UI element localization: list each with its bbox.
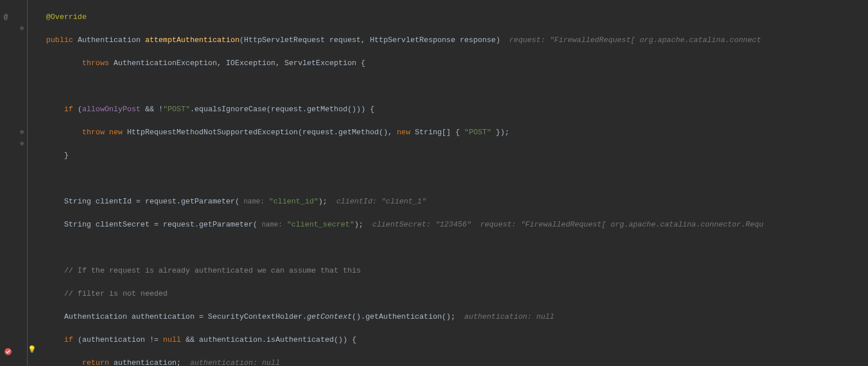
fold-icon[interactable]: ⊖: [16, 23, 28, 35]
intention-bulb-icon[interactable]: 💡: [28, 346, 36, 354]
gutter: @ ⊖ ⊖ ⊖ 💡: [0, 0, 28, 366]
fold-icon[interactable]: ⊖: [16, 138, 28, 150]
code-line[interactable]: Authentication authentication = Security…: [46, 311, 868, 323]
code-line[interactable]: String clientId = request.getParameter( …: [46, 196, 868, 207]
code-line[interactable]: if (authentication != null && authentica…: [46, 334, 868, 346]
code-area[interactable]: @Override public Authentication attemptA…: [30, 0, 868, 366]
code-line[interactable]: throws AuthenticationException, IOExcept…: [46, 58, 868, 69]
code-line[interactable]: String clientSecret = request.getParamet…: [46, 219, 868, 231]
code-line[interactable]: [46, 242, 868, 254]
code-line[interactable]: }: [46, 150, 868, 161]
code-line[interactable]: if (allowOnlyPost && !"POST".equalsIgnor…: [46, 104, 868, 115]
breakpoint-icon[interactable]: [2, 346, 14, 357]
code-line[interactable]: public Authentication attemptAuthenticat…: [46, 35, 868, 46]
code-line[interactable]: [46, 173, 868, 184]
editor-container: @ ⊖ ⊖ ⊖ 💡 @Override public Authenticatio…: [0, 0, 868, 366]
code-line[interactable]: return authentication; authentication: n…: [46, 357, 868, 366]
code-line[interactable]: // If the request is already authenticat…: [46, 265, 868, 277]
code-line[interactable]: [46, 81, 868, 92]
code-line[interactable]: // filter is not needed: [46, 288, 868, 300]
code-line[interactable]: throw new HttpRequestMethodNotSupportedE…: [46, 127, 868, 138]
code-line[interactable]: @Override: [46, 12, 868, 23]
fold-icon[interactable]: ⊖: [16, 127, 28, 138]
override-gutter-icon[interactable]: @: [0, 12, 12, 23]
